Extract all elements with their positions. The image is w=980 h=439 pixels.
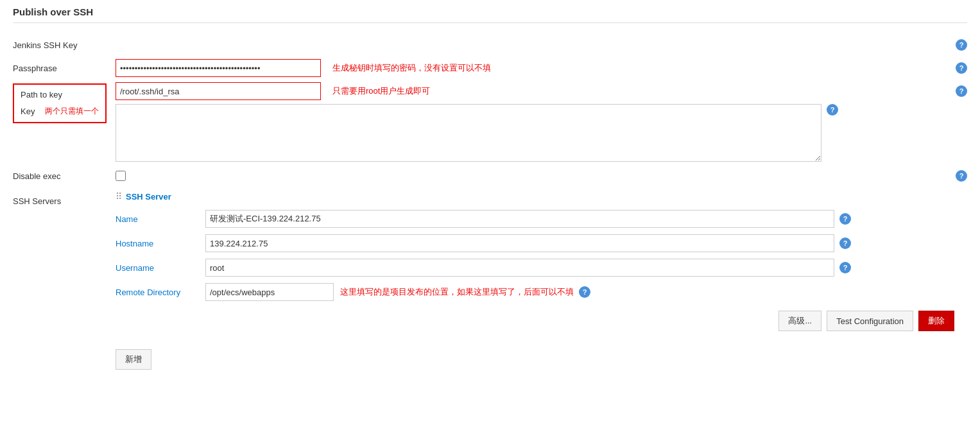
server-name-help-icon[interactable]: ? — [839, 213, 851, 225]
delete-button[interactable]: 删除 — [918, 311, 954, 331]
server-username-help-icon[interactable]: ? — [839, 262, 851, 273]
server-hostname-row: Hostname ? — [116, 231, 967, 255]
server-name-input[interactable] — [205, 210, 834, 228]
passphrase-content: 生成秘钥时填写的密码，没有设置可以不填 — [116, 59, 956, 77]
path-to-key-label: Path to key — [21, 90, 99, 99]
disable-exec-content — [116, 171, 956, 181]
action-buttons-row: 高级... Test Configuration 删除 — [116, 311, 954, 331]
passphrase-help-icon[interactable]: ? — [956, 62, 967, 74]
key-textarea[interactable] — [116, 104, 821, 162]
server-remote-dir-help-icon[interactable]: ? — [579, 286, 590, 298]
jenkins-ssh-key-help-icon[interactable]: ? — [956, 39, 967, 51]
disable-exec-help-icon[interactable]: ? — [956, 170, 967, 182]
server-remote-dir-input[interactable] — [205, 283, 334, 301]
page-title: Publish over SSH — [13, 6, 967, 23]
disable-exec-row: Disable exec ? — [13, 164, 967, 187]
ssh-servers-label: SSH Servers — [13, 191, 116, 206]
server-hostname-label: Hostname — [116, 239, 205, 248]
ssh-servers-row: SSH Servers ⠿ SSH Server Name ? Hostname… — [13, 187, 967, 335]
passphrase-label: Passphrase — [13, 64, 116, 73]
jenkins-ssh-key-label: Jenkins SSH Key — [13, 40, 116, 50]
key-help-icon[interactable]: ? — [827, 104, 838, 116]
disable-exec-label: Disable exec — [13, 171, 116, 181]
passphrase-row: Passphrase 生成秘钥时填写的密码，没有设置可以不填 ? — [13, 56, 967, 80]
remote-dir-annotation: 这里填写的是项目发布的位置，如果这里填写了，后面可以不填 — [340, 286, 574, 298]
jenkins-ssh-key-row: Jenkins SSH Key ? — [13, 33, 967, 56]
add-button[interactable]: 新增 — [116, 349, 151, 370]
server-remote-dir-row: Remote Directory 这里填写的是项目发布的位置，如果这里填写了，后… — [116, 280, 967, 304]
page-container: Publish over SSH Jenkins SSH Key ? Passp… — [0, 0, 980, 383]
path-to-key-input[interactable] — [116, 82, 321, 100]
disable-exec-checkbox[interactable] — [116, 171, 126, 181]
server-hostname-help-icon[interactable]: ? — [839, 237, 851, 249]
server-username-label: Username — [116, 263, 205, 273]
path-to-key-help-icon[interactable]: ? — [956, 85, 967, 97]
ssh-server-header: ⠿ SSH Server — [116, 191, 967, 202]
server-name-row: Name ? — [116, 207, 967, 231]
test-configuration-button[interactable]: Test Configuration — [827, 311, 913, 331]
passphrase-annotation: 生成秘钥时填写的密码，没有设置可以不填 — [332, 62, 491, 74]
add-button-row: 新增 — [116, 340, 967, 370]
advanced-button[interactable]: 高级... — [778, 311, 821, 331]
path-key-box-annotation: 两个只需填一个 — [45, 106, 99, 117]
key-label: Key — [21, 107, 35, 116]
server-hostname-input[interactable] — [205, 234, 834, 252]
server-remote-dir-label: Remote Directory — [116, 288, 205, 297]
drag-icon: ⠿ — [116, 191, 122, 202]
ssh-server-block: ⠿ SSH Server Name ? Hostname ? Username … — [116, 191, 967, 331]
server-username-row: Username ? — [116, 255, 967, 280]
passphrase-input[interactable] — [116, 59, 321, 77]
server-username-input[interactable] — [205, 259, 834, 277]
ssh-server-title: SSH Server — [126, 192, 171, 202]
server-name-label: Name — [116, 214, 205, 224]
path-to-key-annotation: 只需要用root用户生成即可 — [332, 85, 430, 97]
